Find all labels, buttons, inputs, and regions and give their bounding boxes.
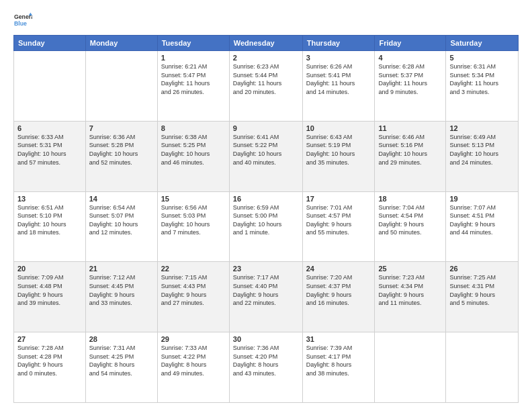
day-number: 13 bbox=[17, 195, 82, 203]
calendar-body: 1Sunrise: 6:21 AM Sunset: 5:47 PM Daylig… bbox=[14, 51, 519, 403]
calendar-cell: 2Sunrise: 6:23 AM Sunset: 5:44 PM Daylig… bbox=[229, 51, 302, 122]
day-info: Sunrise: 6:23 AM Sunset: 5:44 PM Dayligh… bbox=[233, 62, 299, 96]
day-info: Sunrise: 6:41 AM Sunset: 5:22 PM Dayligh… bbox=[233, 133, 299, 167]
day-info: Sunrise: 6:46 AM Sunset: 5:16 PM Dayligh… bbox=[378, 133, 442, 167]
day-info: Sunrise: 6:38 AM Sunset: 5:25 PM Dayligh… bbox=[161, 133, 226, 167]
day-info: Sunrise: 6:59 AM Sunset: 5:00 PM Dayligh… bbox=[233, 203, 299, 237]
calendar-cell: 5Sunrise: 6:31 AM Sunset: 5:34 PM Daylig… bbox=[446, 51, 519, 122]
calendar-cell: 7Sunrise: 6:36 AM Sunset: 5:28 PM Daylig… bbox=[85, 121, 157, 191]
day-info: Sunrise: 7:15 AM Sunset: 4:43 PM Dayligh… bbox=[161, 273, 226, 307]
day-number: 15 bbox=[161, 195, 226, 203]
calendar-cell: 22Sunrise: 7:15 AM Sunset: 4:43 PM Dayli… bbox=[157, 262, 229, 332]
calendar-cell: 18Sunrise: 7:04 AM Sunset: 4:54 PM Dayli… bbox=[375, 191, 446, 262]
day-number: 21 bbox=[89, 265, 154, 273]
calendar-cell: 9Sunrise: 6:41 AM Sunset: 5:22 PM Daylig… bbox=[229, 121, 302, 191]
calendar-cell: 24Sunrise: 7:20 AM Sunset: 4:37 PM Dayli… bbox=[302, 262, 375, 332]
calendar-cell: 14Sunrise: 6:54 AM Sunset: 5:07 PM Dayli… bbox=[85, 191, 157, 262]
calendar-cell: 26Sunrise: 7:25 AM Sunset: 4:31 PM Dayli… bbox=[446, 262, 519, 332]
day-number: 23 bbox=[233, 265, 299, 273]
calendar-cell: 13Sunrise: 6:51 AM Sunset: 5:10 PM Dayli… bbox=[14, 191, 86, 262]
day-number: 9 bbox=[233, 124, 299, 132]
day-info: Sunrise: 6:51 AM Sunset: 5:10 PM Dayligh… bbox=[17, 203, 82, 237]
day-number: 8 bbox=[161, 124, 226, 132]
day-number: 29 bbox=[161, 335, 226, 343]
column-header-row: SundayMondayTuesdayWednesdayThursdayFrid… bbox=[14, 36, 519, 51]
day-number: 16 bbox=[233, 195, 299, 203]
day-info: Sunrise: 7:31 AM Sunset: 4:25 PM Dayligh… bbox=[89, 344, 154, 377]
day-number: 10 bbox=[306, 124, 371, 132]
calendar-cell: 27Sunrise: 7:28 AM Sunset: 4:28 PM Dayli… bbox=[14, 332, 86, 403]
day-info: Sunrise: 7:09 AM Sunset: 4:48 PM Dayligh… bbox=[17, 273, 82, 307]
day-number: 6 bbox=[17, 124, 82, 132]
day-info: Sunrise: 7:20 AM Sunset: 4:37 PM Dayligh… bbox=[306, 273, 371, 307]
calendar-cell: 29Sunrise: 7:33 AM Sunset: 4:22 PM Dayli… bbox=[157, 332, 229, 403]
calendar-cell: 28Sunrise: 7:31 AM Sunset: 4:25 PM Dayli… bbox=[85, 332, 157, 403]
day-number: 19 bbox=[449, 195, 515, 203]
calendar-cell: 30Sunrise: 7:36 AM Sunset: 4:20 PM Dayli… bbox=[229, 332, 302, 403]
calendar-cell: 1Sunrise: 6:21 AM Sunset: 5:47 PM Daylig… bbox=[157, 51, 229, 122]
calendar-cell bbox=[375, 332, 446, 403]
day-info: Sunrise: 7:04 AM Sunset: 4:54 PM Dayligh… bbox=[378, 203, 442, 237]
day-number: 20 bbox=[17, 265, 82, 273]
col-header-monday: Monday bbox=[85, 36, 157, 51]
day-number: 27 bbox=[17, 335, 82, 343]
calendar-cell: 25Sunrise: 7:23 AM Sunset: 4:34 PM Dayli… bbox=[375, 262, 446, 332]
day-number: 5 bbox=[449, 54, 515, 62]
logo-icon: General Blue bbox=[13, 11, 32, 30]
day-info: Sunrise: 7:12 AM Sunset: 4:45 PM Dayligh… bbox=[89, 273, 154, 307]
day-info: Sunrise: 7:07 AM Sunset: 4:51 PM Dayligh… bbox=[449, 203, 515, 237]
day-number: 4 bbox=[378, 54, 442, 62]
day-info: Sunrise: 6:49 AM Sunset: 5:13 PM Dayligh… bbox=[449, 133, 515, 167]
logo: General Blue bbox=[13, 11, 32, 30]
calendar-cell: 19Sunrise: 7:07 AM Sunset: 4:51 PM Dayli… bbox=[446, 191, 519, 262]
week-row-1: 1Sunrise: 6:21 AM Sunset: 5:47 PM Daylig… bbox=[14, 51, 519, 122]
calendar-cell: 31Sunrise: 7:39 AM Sunset: 4:17 PM Dayli… bbox=[302, 332, 375, 403]
day-number: 11 bbox=[378, 124, 442, 132]
calendar-cell: 11Sunrise: 6:46 AM Sunset: 5:16 PM Dayli… bbox=[375, 121, 446, 191]
col-header-tuesday: Tuesday bbox=[157, 36, 229, 51]
week-row-2: 6Sunrise: 6:33 AM Sunset: 5:31 PM Daylig… bbox=[14, 121, 519, 191]
day-info: Sunrise: 6:33 AM Sunset: 5:31 PM Dayligh… bbox=[17, 133, 82, 167]
calendar-cell: 16Sunrise: 6:59 AM Sunset: 5:00 PM Dayli… bbox=[229, 191, 302, 262]
day-number: 22 bbox=[161, 265, 226, 273]
day-info: Sunrise: 7:36 AM Sunset: 4:20 PM Dayligh… bbox=[233, 344, 299, 377]
calendar-cell: 23Sunrise: 7:17 AM Sunset: 4:40 PM Dayli… bbox=[229, 262, 302, 332]
day-number: 30 bbox=[233, 335, 299, 343]
calendar-cell: 12Sunrise: 6:49 AM Sunset: 5:13 PM Dayli… bbox=[446, 121, 519, 191]
day-number: 7 bbox=[89, 124, 154, 132]
header: General Blue bbox=[13, 11, 519, 30]
day-number: 18 bbox=[378, 195, 442, 203]
calendar-cell: 21Sunrise: 7:12 AM Sunset: 4:45 PM Dayli… bbox=[85, 262, 157, 332]
col-header-thursday: Thursday bbox=[302, 36, 375, 51]
week-row-5: 27Sunrise: 7:28 AM Sunset: 4:28 PM Dayli… bbox=[14, 332, 519, 403]
day-info: Sunrise: 7:39 AM Sunset: 4:17 PM Dayligh… bbox=[306, 344, 371, 377]
day-info: Sunrise: 6:36 AM Sunset: 5:28 PM Dayligh… bbox=[89, 133, 154, 167]
day-info: Sunrise: 6:21 AM Sunset: 5:47 PM Dayligh… bbox=[161, 62, 226, 96]
calendar-cell: 3Sunrise: 6:26 AM Sunset: 5:41 PM Daylig… bbox=[302, 51, 375, 122]
day-info: Sunrise: 7:33 AM Sunset: 4:22 PM Dayligh… bbox=[161, 344, 226, 377]
calendar-cell bbox=[85, 51, 157, 122]
week-row-3: 13Sunrise: 6:51 AM Sunset: 5:10 PM Dayli… bbox=[14, 191, 519, 262]
col-header-wednesday: Wednesday bbox=[229, 36, 302, 51]
col-header-friday: Friday bbox=[375, 36, 446, 51]
calendar-cell: 6Sunrise: 6:33 AM Sunset: 5:31 PM Daylig… bbox=[14, 121, 86, 191]
day-number: 31 bbox=[306, 335, 371, 343]
day-number: 12 bbox=[449, 124, 515, 132]
col-header-sunday: Sunday bbox=[14, 36, 86, 51]
calendar-cell bbox=[14, 51, 86, 122]
day-info: Sunrise: 7:17 AM Sunset: 4:40 PM Dayligh… bbox=[233, 273, 299, 307]
day-number: 14 bbox=[89, 195, 154, 203]
calendar-cell bbox=[446, 332, 519, 403]
day-number: 26 bbox=[449, 265, 515, 273]
calendar-cell: 8Sunrise: 6:38 AM Sunset: 5:25 PM Daylig… bbox=[157, 121, 229, 191]
day-info: Sunrise: 6:56 AM Sunset: 5:03 PM Dayligh… bbox=[161, 203, 226, 237]
day-info: Sunrise: 7:25 AM Sunset: 4:31 PM Dayligh… bbox=[449, 273, 515, 307]
day-info: Sunrise: 7:01 AM Sunset: 4:57 PM Dayligh… bbox=[306, 203, 371, 237]
calendar-cell: 15Sunrise: 6:56 AM Sunset: 5:03 PM Dayli… bbox=[157, 191, 229, 262]
day-info: Sunrise: 6:26 AM Sunset: 5:41 PM Dayligh… bbox=[306, 62, 371, 96]
calendar-cell: 4Sunrise: 6:28 AM Sunset: 5:37 PM Daylig… bbox=[375, 51, 446, 122]
day-info: Sunrise: 6:43 AM Sunset: 5:19 PM Dayligh… bbox=[306, 133, 371, 167]
calendar-page: General Blue SundayMondayTuesdayWednesda… bbox=[0, 0, 532, 411]
day-number: 3 bbox=[306, 54, 371, 62]
week-row-4: 20Sunrise: 7:09 AM Sunset: 4:48 PM Dayli… bbox=[14, 262, 519, 332]
